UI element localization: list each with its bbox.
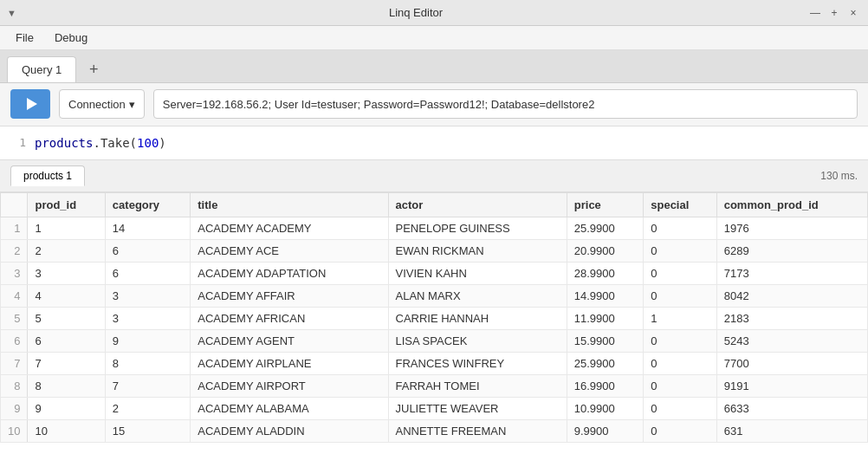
cell-prod_id: 6 <box>28 329 105 352</box>
cell-actor: VIVIEN KAHN <box>388 262 567 284</box>
code-editor: 1 products.Take(100) <box>0 126 868 160</box>
table-header: prod_id category title actor price speci… <box>1 192 868 217</box>
cell-title: ACADEMY AIRPORT <box>191 374 388 397</box>
menu-debug[interactable]: Debug <box>46 28 96 48</box>
cell-title: ACADEMY ACE <box>191 239 388 262</box>
cell-title: ACADEMY ADAPTATION <box>191 262 388 284</box>
connection-label: Connection <box>68 98 126 111</box>
col-header-prod_id: prod_id <box>28 192 105 217</box>
cell-rownum: 10 <box>1 419 28 442</box>
table-row[interactable]: 2 2 6 ACADEMY ACE EWAN RICKMAN 20.9900 0… <box>1 239 868 262</box>
cell-special: 0 <box>644 262 716 284</box>
main-content: Connection ▾ 1 products.Take(100) produc… <box>0 83 868 454</box>
table-row[interactable]: 3 3 6 ACADEMY ADAPTATION VIVIEN KAHN 28.… <box>1 262 868 284</box>
cell-category: 6 <box>105 262 190 284</box>
cell-rownum: 5 <box>1 307 28 329</box>
cell-rownum: 8 <box>1 374 28 397</box>
cell-common_prod_id: 1976 <box>716 217 867 239</box>
cell-special: 0 <box>644 397 716 419</box>
cell-common_prod_id: 631 <box>716 419 867 442</box>
cell-prod_id: 2 <box>28 239 105 262</box>
table-container[interactable]: prod_id category title actor price speci… <box>0 192 868 454</box>
cell-common_prod_id: 2183 <box>716 307 867 329</box>
table-row[interactable]: 7 7 8 ACADEMY AIRPLANE FRANCES WINFREY 2… <box>1 352 868 374</box>
menu-file[interactable]: File <box>7 28 42 48</box>
cell-common_prod_id: 7700 <box>716 352 867 374</box>
cell-common_prod_id: 7173 <box>716 262 867 284</box>
cell-actor: EWAN RICKMAN <box>388 239 567 262</box>
title-bar-left-spacer: ▼ <box>7 6 24 19</box>
cell-actor: FRANCES WINFREY <box>388 352 567 374</box>
cell-actor: PENELOPE GUINESS <box>388 217 567 239</box>
menu-bar: File Debug <box>0 26 868 50</box>
table-row[interactable]: 10 10 15 ACADEMY ALADDIN ANNETTE FREEMAN… <box>1 419 868 442</box>
run-button[interactable] <box>10 89 50 119</box>
table-row[interactable]: 4 4 3 ACADEMY AFFAIR ALAN MARX 14.9900 0… <box>1 284 868 307</box>
minimize-button[interactable]: — <box>807 5 823 21</box>
cell-category: 6 <box>105 239 190 262</box>
play-icon <box>27 98 37 110</box>
cell-category: 3 <box>105 307 190 329</box>
cell-category: 3 <box>105 284 190 307</box>
code-products-keyword: products <box>35 136 93 150</box>
line-numbers: 1 <box>0 133 35 152</box>
results-tab-products1[interactable]: products 1 <box>10 165 85 186</box>
cell-common_prod_id: 5243 <box>716 329 867 352</box>
cell-common_prod_id: 8042 <box>716 284 867 307</box>
cell-title: ACADEMY ALABAMA <box>191 397 388 419</box>
code-open-paren: ( <box>130 136 137 150</box>
code-line-1[interactable]: products.Take(100) <box>35 133 868 152</box>
table-row[interactable]: 5 5 3 ACADEMY AFRICAN CARRIE HANNAH 11.9… <box>1 307 868 329</box>
close-button[interactable]: × <box>845 5 861 21</box>
cell-prod_id: 4 <box>28 284 105 307</box>
connection-button[interactable]: Connection ▾ <box>59 89 145 119</box>
tab-add-button[interactable]: + <box>81 58 106 81</box>
tab-bar: Query 1 + <box>0 50 868 83</box>
cell-price: 16.9900 <box>567 374 643 397</box>
cell-rownum: 1 <box>1 217 28 239</box>
cell-rownum: 6 <box>1 329 28 352</box>
cell-title: ACADEMY AFRICAN <box>191 307 388 329</box>
code-take-method: Take <box>100 136 130 150</box>
cell-special: 0 <box>644 329 716 352</box>
line-number-1: 1 <box>0 133 26 152</box>
window-controls: — + × <box>807 5 861 21</box>
col-header-price: price <box>567 192 643 217</box>
cell-prod_id: 1 <box>28 217 105 239</box>
table-row[interactable]: 6 6 9 ACADEMY AGENT LISA SPACEK 15.9900 … <box>1 329 868 352</box>
cell-special: 0 <box>644 217 716 239</box>
cell-special: 0 <box>644 419 716 442</box>
cell-price: 25.9900 <box>567 217 643 239</box>
cell-special: 0 <box>644 352 716 374</box>
header-row: prod_id category title actor price speci… <box>1 192 868 217</box>
cell-category: 2 <box>105 397 190 419</box>
cell-actor: CARRIE HANNAH <box>388 307 567 329</box>
table-row[interactable]: 1 1 14 ACADEMY ACADEMY PENELOPE GUINESS … <box>1 217 868 239</box>
cell-price: 9.9900 <box>567 419 643 442</box>
cell-prod_id: 5 <box>28 307 105 329</box>
code-close-paren: ) <box>159 136 165 150</box>
cell-price: 11.9900 <box>567 307 643 329</box>
cell-special: 0 <box>644 374 716 397</box>
cell-category: 8 <box>105 352 190 374</box>
table-row[interactable]: 8 8 7 ACADEMY AIRPORT FARRAH TOMEI 16.99… <box>1 374 868 397</box>
app-title: Linq Editor <box>24 6 807 19</box>
cell-special: 0 <box>644 239 716 262</box>
cell-category: 7 <box>105 374 190 397</box>
maximize-button[interactable]: + <box>826 5 842 21</box>
tab-query1[interactable]: Query 1 <box>7 56 76 82</box>
cell-category: 15 <box>105 419 190 442</box>
connection-string-input[interactable] <box>153 89 858 119</box>
cell-title: ACADEMY ACADEMY <box>191 217 388 239</box>
col-header-rownum <box>1 192 28 217</box>
col-header-common_prod_id: common_prod_id <box>716 192 867 217</box>
table-row[interactable]: 9 9 2 ACADEMY ALABAMA JULIETTE WEAVER 10… <box>1 397 868 419</box>
cell-prod_id: 7 <box>28 352 105 374</box>
cell-actor: ANNETTE FREEMAN <box>388 419 567 442</box>
col-header-special: special <box>644 192 716 217</box>
cell-common_prod_id: 6633 <box>716 397 867 419</box>
cell-price: 15.9900 <box>567 329 643 352</box>
results-table: prod_id category title actor price speci… <box>0 192 868 443</box>
cell-actor: FARRAH TOMEI <box>388 374 567 397</box>
title-bar: ▼ Linq Editor — + × <box>0 0 868 26</box>
